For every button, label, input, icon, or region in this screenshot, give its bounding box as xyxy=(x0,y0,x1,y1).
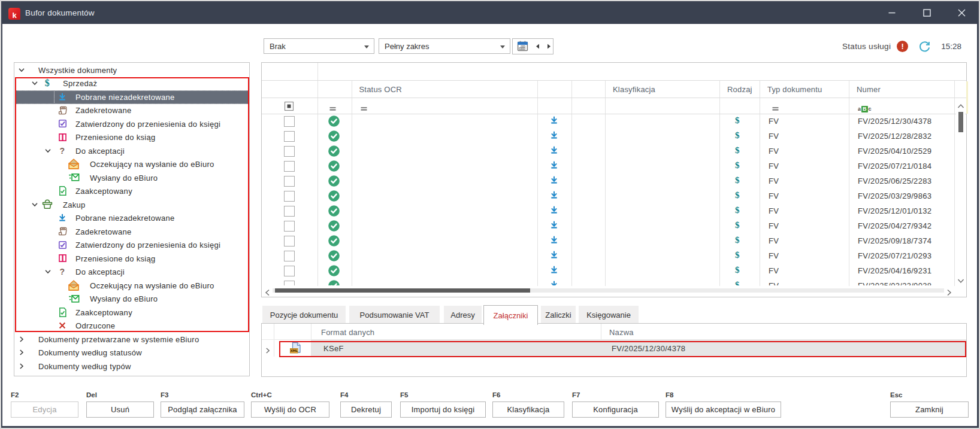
tree-item[interactable]: Zaakceptowany xyxy=(15,306,250,320)
row-checkbox[interactable] xyxy=(284,131,295,142)
grid-row[interactable]: $FVFV/2025/03/23/0038 xyxy=(262,278,957,285)
tree-item[interactable]: Dokumenty według typów xyxy=(15,360,250,373)
select-all-filter-checkbox[interactable] xyxy=(284,101,294,114)
action-button[interactable]: Edycja xyxy=(11,401,78,418)
row-checkbox[interactable] xyxy=(284,281,295,286)
attachment-column-format[interactable]: Format danych xyxy=(321,328,374,337)
tree-item[interactable]: Pobrane niezadekretowane xyxy=(15,211,250,225)
tab-6[interactable]: Księgowanie xyxy=(579,306,639,324)
chevron-right-icon[interactable] xyxy=(18,363,25,370)
tree-item[interactable]: Wszystkie dokumenty xyxy=(15,63,250,77)
attachment-column-nazwa[interactable]: Nazwa xyxy=(609,328,634,337)
sb-right-icon[interactable] xyxy=(946,288,952,297)
row-checkbox[interactable] xyxy=(284,206,295,217)
column-header[interactable]: Status OCR xyxy=(359,85,402,94)
prev-range-button[interactable] xyxy=(536,44,540,49)
tree-item[interactable]: Dokumenty przetwarzane w systemie eBiuro xyxy=(15,333,250,346)
grid-row[interactable]: $FVFV/2025/07/21/0184 xyxy=(262,159,957,174)
tree-item[interactable]: Zaakceptowany xyxy=(15,184,250,198)
action-button[interactable]: Importuj do księgi xyxy=(400,401,486,418)
row-checkbox[interactable] xyxy=(284,161,295,172)
tab-5[interactable]: Zaliczki xyxy=(541,306,576,324)
attachment-row[interactable]: XMLKSeFFV/2025/12/30/4378 xyxy=(262,340,966,357)
tree-item[interactable]: Zadekretowane xyxy=(15,104,250,117)
grid-row[interactable]: $FVFV/2025/09/18/7374 xyxy=(262,233,957,248)
tree-item[interactable]: ?Do akceptacji xyxy=(15,144,250,158)
vscroll-thumb[interactable] xyxy=(958,112,963,132)
tab-2[interactable]: Podsumowanie VAT xyxy=(349,306,440,324)
row-checkbox[interactable] xyxy=(284,221,295,232)
column-header[interactable]: Typ dokumentu xyxy=(767,85,822,94)
chevron-down-icon[interactable] xyxy=(44,268,52,275)
grid-row[interactable]: $FVFV/2025/03/29/9863 xyxy=(262,188,957,203)
service-status-alert-icon[interactable]: ! xyxy=(897,41,908,52)
tree-item[interactable]: $Sprzedaż xyxy=(15,77,250,90)
chevron-right-icon[interactable] xyxy=(18,349,25,356)
chevron-down-icon[interactable] xyxy=(31,80,38,87)
filter-eq-icon[interactable] xyxy=(329,104,337,114)
tree-item[interactable]: Oczekujący na wysłanie do eBiuro xyxy=(15,279,250,293)
action-button[interactable]: Usuń xyxy=(86,401,154,418)
column-header[interactable]: Numer xyxy=(857,85,881,94)
action-button[interactable]: Zamknij xyxy=(890,401,969,418)
row-checkbox[interactable] xyxy=(284,266,295,276)
tree-item[interactable]: Wysłany do eBiuro xyxy=(15,171,250,185)
action-button[interactable]: Konfiguracja xyxy=(572,401,659,418)
tab-4[interactable]: Załączniki xyxy=(483,305,538,325)
tab-3[interactable]: Adresy xyxy=(444,306,482,324)
sb-down-icon[interactable] xyxy=(957,275,964,286)
row-checkbox[interactable] xyxy=(284,146,295,157)
action-button[interactable]: Dekretuj xyxy=(340,401,392,418)
grid-row[interactable]: $FVFV/2025/07/21/0293 xyxy=(262,248,957,263)
row-checkbox[interactable] xyxy=(284,251,295,261)
grid-row[interactable]: $FVFV/2025/12/01/0132 xyxy=(262,203,957,218)
row-checkbox[interactable] xyxy=(284,176,295,187)
tree-item[interactable]: Wysłany do eBiuro xyxy=(15,292,250,306)
maximize-button[interactable] xyxy=(909,1,944,24)
calendar-icon[interactable] xyxy=(516,40,529,53)
column-header[interactable]: Klasyfikacja xyxy=(613,85,655,94)
tree-item[interactable]: Odrzucone xyxy=(15,319,250,333)
tab-1[interactable]: Pozycje dokumentu xyxy=(262,306,346,324)
chevron-down-icon[interactable] xyxy=(18,66,25,74)
vertical-scrollbar[interactable] xyxy=(956,98,965,283)
refresh-button[interactable] xyxy=(918,39,931,53)
tree-item[interactable]: Pobrane niezadekretowane xyxy=(15,90,250,104)
filter-eq-icon[interactable] xyxy=(360,104,368,114)
next-range-button[interactable] xyxy=(547,44,551,49)
row-checkbox[interactable] xyxy=(284,191,295,202)
chevron-right-icon[interactable] xyxy=(18,336,25,343)
grid-row[interactable]: $FVFV/2025/04/10/2529 xyxy=(262,144,957,159)
filter-dropdown[interactable]: Brak xyxy=(264,38,374,54)
tree-item[interactable]: Przeniesione do ksiąg xyxy=(15,252,250,266)
tree-item[interactable]: ?Do akceptacji xyxy=(15,265,250,279)
tree-item[interactable]: Zadekretowane xyxy=(15,225,250,239)
chevron-down-icon[interactable] xyxy=(31,201,38,208)
tree-item[interactable]: Zakup xyxy=(15,198,250,212)
sb-up-icon[interactable] xyxy=(957,101,964,111)
grid-row[interactable]: $FVFV/2025/06/25/2283 xyxy=(262,174,957,188)
close-button[interactable] xyxy=(944,1,979,24)
tree-item[interactable]: Dokumenty według statusów xyxy=(15,346,250,360)
filter-abc-icon[interactable]: aBc xyxy=(858,102,872,113)
tree-item[interactable]: Przeniesione do ksiąg xyxy=(15,130,250,144)
grid-row[interactable]: $FVFV/2025/04/27/9342 xyxy=(262,218,957,233)
tree-item[interactable]: Oczekujący na wysłanie do eBiuro xyxy=(15,157,250,171)
row-checkbox[interactable] xyxy=(284,236,295,247)
chevron-down-icon[interactable] xyxy=(44,147,52,154)
minimize-button[interactable] xyxy=(875,1,909,24)
filter-eq-icon[interactable] xyxy=(772,104,779,114)
action-button[interactable]: Klasyfikacja xyxy=(492,401,564,418)
grid-row[interactable]: $FVFV/2025/12/30/4378 xyxy=(262,114,957,129)
range-dropdown[interactable]: Pełny zakres xyxy=(379,38,510,54)
action-button[interactable]: Wyślij do akceptacji w eBiuro xyxy=(666,401,781,418)
tree-item[interactable]: Zatwierdzony do przeniesienia do księgi xyxy=(15,238,250,252)
hscroll-thumb[interactable] xyxy=(275,288,530,293)
action-button[interactable]: Podgląd załącznika xyxy=(161,401,244,418)
expand-chevron-icon[interactable] xyxy=(265,345,271,356)
row-checkbox[interactable] xyxy=(284,116,295,127)
grid-row[interactable]: $FVFV/2025/12/28/2832 xyxy=(262,129,957,144)
grid-row[interactable]: $FVFV/2025/04/16/9231 xyxy=(262,263,957,278)
sb-left-icon[interactable] xyxy=(265,288,270,297)
action-button[interactable]: Wyślij do OCR xyxy=(251,401,329,418)
